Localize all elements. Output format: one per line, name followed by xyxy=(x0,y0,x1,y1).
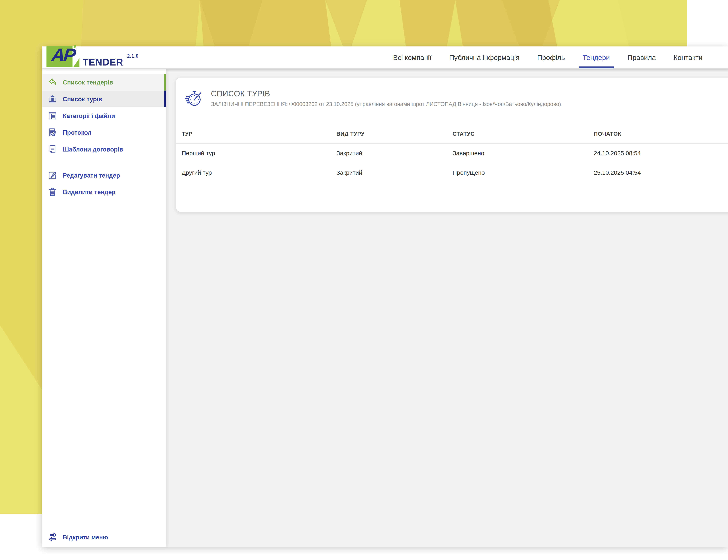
logo-brand-text: TENDER 2.1.0 xyxy=(83,58,123,67)
green-accent-bar xyxy=(164,74,166,91)
column-header-tour: ТУР xyxy=(182,131,336,137)
app-body: Список тендерів Список турів xyxy=(42,68,728,547)
contract-template-icon xyxy=(47,144,58,155)
sidebar-item-label: Шаблони договорів xyxy=(63,146,123,153)
categories-files-icon xyxy=(47,110,58,121)
app-window: AP TENDER 2.1.0 Всі компанії Публична ін… xyxy=(42,47,728,547)
cell-tour-type: Закритий xyxy=(336,150,453,157)
cell-start: 25.10.2025 04:54 xyxy=(594,169,728,176)
card-header: СПИСОК ТУРІВ ЗАЛІЗНИЧНІ ПЕРЕВЕЗЕННЯ: Ф00… xyxy=(176,78,728,108)
column-header-status: СТАТУС xyxy=(453,131,594,137)
table-row[interactable]: Перший тур Закритий Завершено 24.10.2025… xyxy=(176,144,728,163)
nav-label: Всі компанії xyxy=(393,53,432,61)
active-tab-underline xyxy=(579,67,614,68)
reply-arrow-icon xyxy=(47,77,58,88)
nav-item-public-info[interactable]: Публична інформація xyxy=(449,47,520,68)
page: AP TENDER 2.1.0 Всі компанії Публична ін… xyxy=(0,0,728,560)
sidebar-item-tender-list[interactable]: Список тендерів xyxy=(42,74,166,91)
logo-version: 2.1.0 xyxy=(127,51,139,60)
top-nav: Всі компанії Публична інформація Профіль… xyxy=(393,47,728,68)
nav-label: Правила xyxy=(628,53,656,61)
nav-label: Публична інформація xyxy=(449,53,520,61)
nav-label: Контакти xyxy=(673,53,702,61)
sidebar-item-protocol[interactable]: Протокол xyxy=(42,124,166,141)
nav-item-rules[interactable]: Правила xyxy=(628,47,656,68)
sidebar-item-contract-templates[interactable]: Шаблони договорів xyxy=(42,141,166,158)
cell-start: 24.10.2025 08:54 xyxy=(594,150,728,157)
bank-icon xyxy=(47,93,58,104)
tours-table: ТУР ВИД ТУРУ СТАТУС ПОЧАТОК Перший тур З… xyxy=(176,111,728,182)
main-content: СПИСОК ТУРІВ ЗАЛІЗНИЧНІ ПЕРЕВЕЗЕННЯ: Ф00… xyxy=(166,68,728,547)
navy-accent-bar xyxy=(164,91,166,107)
nav-item-contacts[interactable]: Контакти xyxy=(673,47,702,68)
sidebar-toggle-menu[interactable]: Відкрити меню xyxy=(47,531,108,543)
sidebar-item-categories-files[interactable]: Категорії і файли xyxy=(42,107,166,124)
sidebar: Список тендерів Список турів xyxy=(42,68,166,547)
logo-mark: AP xyxy=(47,46,73,67)
nav-item-all-companies[interactable]: Всі компанії xyxy=(393,47,432,68)
sidebar-item-label: Список турів xyxy=(63,95,102,102)
cell-tour: Другий тур xyxy=(182,169,336,176)
card-subtitle: ЗАЛІЗНИЧНІ ПЕРЕВЕЗЕННЯ: Ф00003202 от 23.… xyxy=(211,101,561,107)
stopwatch-fast-icon xyxy=(183,88,203,108)
app-logo[interactable]: AP TENDER 2.1.0 xyxy=(47,45,123,70)
sidebar-group-divider xyxy=(42,158,166,167)
cell-tour: Перший тур xyxy=(182,150,336,157)
logo-ap-letters: AP xyxy=(50,44,76,66)
nav-label: Профіль xyxy=(537,53,565,61)
logo-brand-name: TENDER xyxy=(83,57,123,67)
card-header-text: СПИСОК ТУРІВ ЗАЛІЗНИЧНІ ПЕРЕВЕЗЕННЯ: Ф00… xyxy=(211,88,561,108)
tour-list-card: СПИСОК ТУРІВ ЗАЛІЗНИЧНІ ПЕРЕВЕЗЕННЯ: Ф00… xyxy=(176,78,728,212)
card-title: СПИСОК ТУРІВ xyxy=(211,89,561,98)
sidebar-item-tour-list[interactable]: Список турів xyxy=(42,91,166,107)
cell-status: Завершено xyxy=(453,150,594,157)
column-header-tour-type: ВИД ТУРУ xyxy=(336,131,453,137)
nav-item-tenders[interactable]: Тендери xyxy=(583,47,610,68)
app-header: AP TENDER 2.1.0 Всі компанії Публична ін… xyxy=(42,47,728,68)
sidebar-item-label: Протокол xyxy=(63,129,92,136)
sidebar-toggle-label: Відкрити меню xyxy=(63,534,108,541)
sidebar-item-delete-tender[interactable]: Видалити тендер xyxy=(42,184,166,200)
sidebar-item-label: Категорії і файли xyxy=(63,112,115,119)
nav-item-profile[interactable]: Профіль xyxy=(537,47,565,68)
table-row[interactable]: Другий тур Закритий Пропущено 25.10.2025… xyxy=(176,163,728,182)
sidebar-item-label: Редагувати тендер xyxy=(63,172,120,179)
cell-tour-type: Закритий xyxy=(336,169,453,176)
column-header-start: ПОЧАТОК xyxy=(594,131,728,137)
edit-icon xyxy=(47,170,58,181)
protocol-icon xyxy=(47,127,58,138)
toggle-menu-icon xyxy=(47,531,58,543)
trash-icon xyxy=(47,186,58,197)
sidebar-item-label: Список тендерів xyxy=(63,79,113,86)
sidebar-item-edit-tender[interactable]: Редагувати тендер xyxy=(42,167,166,184)
nav-label: Тендери xyxy=(583,53,610,61)
sidebar-item-label: Видалити тендер xyxy=(63,188,115,195)
table-header-row: ТУР ВИД ТУРУ СТАТУС ПОЧАТОК xyxy=(176,111,728,143)
cell-status: Пропущено xyxy=(453,169,594,176)
